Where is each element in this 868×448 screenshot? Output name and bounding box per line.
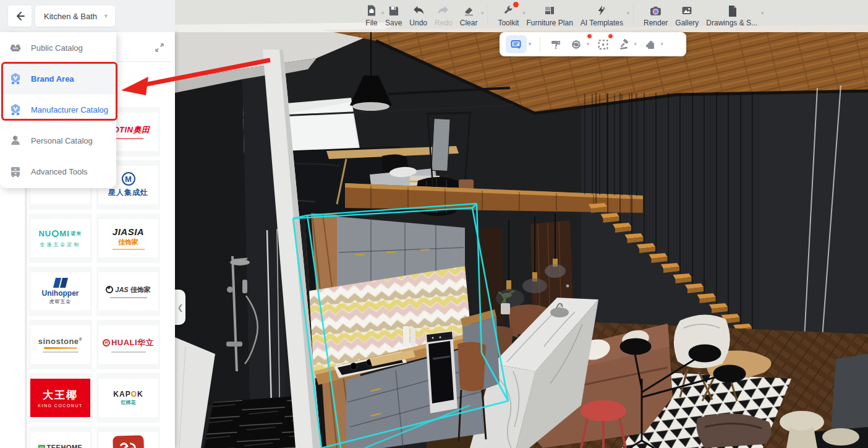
- brand-badge-icon: [9, 72, 22, 85]
- brand-logo-mark: [53, 278, 68, 288]
- logo-tagline-bar: [43, 351, 79, 353]
- logo-tagline-bar: [114, 138, 143, 139]
- paint-roller-icon: [548, 37, 564, 53]
- caret-down-icon: ▼: [103, 13, 109, 19]
- brand-tile-jiasia[interactable]: JIASIA 佳饰家: [96, 213, 160, 263]
- caret-down-icon: ▼: [527, 41, 532, 47]
- brand-logo-unihopper: Unihopper: [42, 289, 79, 298]
- puzzle-icon: [643, 37, 659, 53]
- brand-tile-teehome[interactable]: TEEHOME 天翔板业: [28, 426, 92, 448]
- furniture-plan-button[interactable]: Furniture Plan: [522, 2, 576, 28]
- eraser-icon: [462, 3, 475, 18]
- caret-down-icon: ▼: [585, 41, 590, 47]
- render-button[interactable]: Render: [640, 2, 671, 28]
- material-sphere-button[interactable]: ▼: [568, 35, 592, 54]
- caret-down-icon: ▼: [480, 11, 485, 16]
- brand-tile-dawangye[interactable]: 大王椰 KING COCONUT: [28, 373, 92, 423]
- brand-logo-jas: JAS 佳饰家: [106, 285, 150, 295]
- brand-logo-sinostone: sinostone®: [38, 337, 83, 346]
- ai-templates-button[interactable]: ▼ AI Templates: [577, 2, 627, 28]
- redo-icon: [437, 3, 450, 18]
- notification-dot: [513, 2, 519, 7]
- redo-button[interactable]: Redo: [431, 2, 456, 28]
- save-icon: [388, 3, 399, 18]
- file-button[interactable]: ▼ File: [362, 2, 381, 28]
- plugins-button[interactable]: ▼: [642, 35, 666, 54]
- drawings-button[interactable]: ▼ Drawings & S...: [702, 2, 761, 28]
- notification-dot: [608, 33, 613, 39]
- logo-tagline-bar: [113, 249, 145, 250]
- file-icon: [365, 3, 378, 18]
- brand-tile-huali[interactable]: H HUALI华立: [96, 320, 160, 369]
- logo-tagline-bar: [110, 297, 147, 298]
- logo-swoosh: [44, 347, 77, 349]
- category-selector[interactable]: Kitchen & Bath ▼: [35, 6, 115, 27]
- back-arrow-icon: [14, 11, 25, 22]
- velvet-chair: [697, 413, 772, 448]
- caret-down-icon: ▼: [633, 41, 638, 47]
- toolbar-divider: [487, 4, 488, 25]
- scroll-strip[interactable]: [25, 186, 27, 448]
- marquee-select-button[interactable]: [594, 35, 613, 54]
- catalog-menu: Public Catalog Brand Area Manufacturer C…: [0, 32, 116, 188]
- menu-item-public-catalog[interactable]: Public Catalog: [0, 32, 116, 63]
- category-label: Kitchen & Bath: [44, 12, 97, 21]
- brand-logo-teehome: TEEHOME: [38, 444, 83, 448]
- panda-icon: [106, 286, 113, 293]
- caret-down-icon: ▼: [626, 11, 631, 16]
- drawer-icon: [9, 165, 22, 178]
- annotate-tool-button[interactable]: ▼: [504, 34, 534, 54]
- brand-tile-jas[interactable]: JAS 佳饰家: [96, 267, 160, 316]
- brand-tile-sinostone[interactable]: sinostone®: [28, 320, 92, 369]
- brand-tile-unihopper[interactable]: Unihopper 虎帮五金: [28, 267, 92, 316]
- notification-dot: [587, 33, 592, 39]
- menu-item-brand-area[interactable]: Brand Area: [0, 63, 116, 94]
- toolbar-divider: [540, 37, 540, 52]
- gallery-button[interactable]: Gallery: [671, 2, 702, 28]
- person-icon: [9, 134, 22, 147]
- brand-logo-kapok: KAPOK: [113, 390, 143, 398]
- gavel-icon: [616, 37, 632, 53]
- brand-tile-kapok[interactable]: KAPOK 红棉花: [96, 373, 160, 423]
- oven: [425, 330, 457, 413]
- undo-button[interactable]: Undo: [406, 2, 431, 28]
- mirror: [432, 118, 450, 171]
- paint-roller-button[interactable]: [547, 35, 565, 54]
- document-icon: [726, 3, 738, 18]
- green-board-icon: [38, 445, 45, 448]
- brand-logo-mark: M: [122, 172, 135, 186]
- annotate-tool-icon: [506, 35, 527, 53]
- expand-icon[interactable]: [155, 43, 164, 55]
- gavel-tool-button[interactable]: ▼: [615, 35, 639, 54]
- flash-icon: [595, 3, 608, 18]
- save-button[interactable]: Save: [381, 2, 406, 28]
- red-seal-logo: [113, 435, 145, 448]
- brand-logo-xingren: 星人集成灶: [108, 187, 148, 198]
- brand-logo-dawangye: 大王椰: [43, 388, 78, 402]
- sofa-icon: [9, 41, 22, 54]
- caret-down-icon: ▼: [760, 11, 765, 16]
- toolbar-divider: [633, 4, 634, 25]
- toolkit-button[interactable]: ▼ Toolkit: [494, 2, 522, 28]
- furniture-plan-icon: [543, 3, 556, 18]
- sidebar-header: Kitchen & Bath ▼: [0, 0, 175, 32]
- menu-item-advanced-tools[interactable]: Advanced Tools: [0, 156, 116, 187]
- brand-logo-nuomi: NUMI诺米: [38, 229, 82, 238]
- brand-tagline: 全屋五金定制: [40, 241, 81, 248]
- brand-tile-nuomi[interactable]: NUMI诺米 全屋五金定制: [28, 213, 92, 263]
- app-window: ▼ File Save Undo Redo ▼ Clear: [0, 0, 868, 448]
- panel-collapse-handle[interactable]: ❮: [175, 290, 185, 325]
- back-button[interactable]: [8, 6, 32, 27]
- undo-icon: [412, 3, 425, 18]
- menu-item-manufacturer-catalog[interactable]: Manufacturer Catalog: [0, 94, 116, 125]
- panel-divider: [117, 61, 173, 62]
- viewport-toolbar: ▼ ▼ ▼ ▼: [500, 32, 686, 56]
- brand-logo-huali: H HUALI华立: [103, 337, 154, 348]
- camera-render-icon: [649, 3, 662, 18]
- menu-item-personal-catalog[interactable]: Personal Catalog: [0, 125, 116, 156]
- gallery-icon: [681, 3, 693, 18]
- brand-tile-seal[interactable]: [96, 426, 160, 448]
- clear-button[interactable]: ▼ Clear: [456, 2, 482, 28]
- caret-down-icon: ▼: [660, 41, 665, 47]
- wrench-icon: [502, 3, 514, 18]
